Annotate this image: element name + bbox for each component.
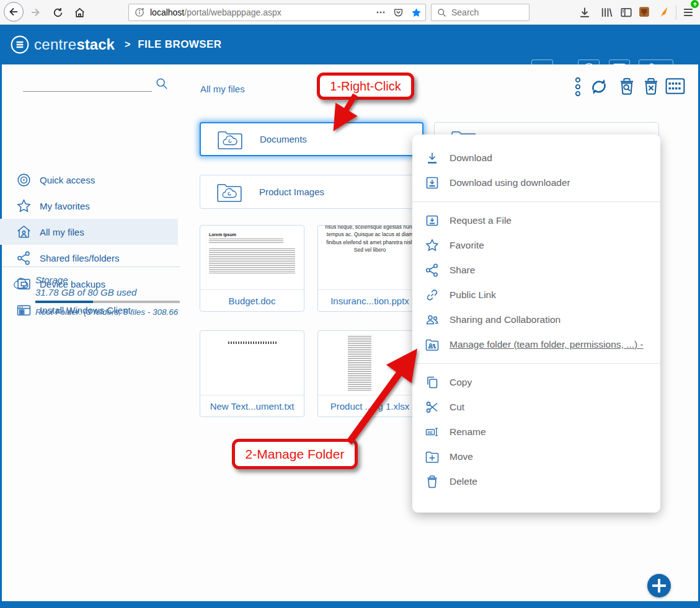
- menu-item-public-link[interactable]: Public Link: [412, 283, 660, 307]
- extension-clean-icon[interactable]: [658, 6, 670, 17]
- breadcrumb[interactable]: All my files: [200, 84, 245, 94]
- sync-icon[interactable]: [588, 76, 610, 98]
- folder-name: Documents: [260, 134, 307, 144]
- sidebars-icon[interactable]: [620, 6, 632, 19]
- address-bar[interactable]: localhost/portal/webapppage.aspx: [128, 4, 426, 21]
- folder-name: Product Images: [259, 187, 324, 197]
- downloads-icon[interactable]: [578, 6, 591, 19]
- menu-item-request-a-file[interactable]: Request a File: [412, 208, 660, 233]
- url-host: localhost: [150, 7, 184, 17]
- xlsx-preview-lines: [348, 336, 371, 392]
- library-icon[interactable]: [600, 6, 613, 19]
- centrestack-logo-icon: [10, 35, 30, 55]
- file-name: Product ...og 1.xlsx: [318, 395, 422, 416]
- favorites-icon: [16, 198, 32, 214]
- add-button[interactable]: [647, 574, 671, 597]
- doc-preview-lines: [209, 249, 295, 273]
- app-header: centrestack > FILE BROWSER: [0, 25, 700, 64]
- menu-item-delete[interactable]: Delete: [412, 469, 660, 494]
- more-options-icon[interactable]: [573, 77, 583, 97]
- file-tile-new-text[interactable]: New Text...ument.txt: [200, 330, 304, 417]
- sidebar-search-input[interactable]: [23, 76, 152, 92]
- txt-preview-lines: [228, 341, 277, 344]
- rename-icon: RE: [423, 425, 441, 439]
- pptx-preview-text: risus neque, scelerisque egestas nunc te…: [318, 226, 422, 255]
- pocket-icon[interactable]: [393, 7, 404, 18]
- menu-item-share[interactable]: Share: [412, 258, 660, 283]
- home-icon: [74, 7, 85, 18]
- menu-item-download-using-downloader[interactable]: Download using downloader: [412, 170, 660, 195]
- menu-item-download[interactable]: Download: [412, 146, 660, 170]
- menu-item-copy[interactable]: Copy: [412, 370, 660, 395]
- toolbar-separator: [676, 5, 676, 20]
- file-preview: Lorem Ipsum: [200, 226, 304, 290]
- sidebar-item-all-my-files[interactable]: All my files: [0, 219, 178, 245]
- sidebar-item-label: My favorites: [40, 201, 90, 211]
- file-preview: risus neque, scelerisque egestas nunc te…: [318, 226, 422, 290]
- collaboration-icon: [423, 312, 441, 327]
- file-preview: [200, 331, 304, 395]
- sidebar-search-icon[interactable]: [155, 77, 169, 90]
- menu-item-manage-folder[interactable]: Manage folder (team folder, permissions,…: [412, 332, 660, 357]
- doc-preview-lines: [209, 239, 283, 244]
- menu-item-favorite[interactable]: Favorite: [412, 233, 660, 258]
- deleted-files-search-icon[interactable]: [617, 76, 637, 96]
- request-file-icon: [423, 213, 441, 228]
- file-tile-product-xlsx[interactable]: Product ...og 1.xlsx: [317, 330, 422, 417]
- sidebar-item-label: Shared files/folders: [40, 253, 119, 263]
- folder-tile-documents[interactable]: Documents: [200, 122, 423, 156]
- sidebar-item-my-favorites[interactable]: My favorites: [0, 193, 178, 219]
- browser-toolbar: localhost/portal/webapppage.aspx Search: [0, 0, 700, 25]
- browser-back-button[interactable]: [4, 2, 24, 22]
- view-grid-icon[interactable]: [665, 76, 686, 96]
- root-folder-info: Root Folder: (3 folders, 8 files - 308.6…: [35, 307, 195, 317]
- public-link-icon: [423, 288, 441, 302]
- browser-home-button[interactable]: [73, 6, 86, 19]
- share-icon: [423, 263, 441, 278]
- purge-deleted-icon[interactable]: [641, 76, 661, 96]
- annotation-step1: 1-Right-Click: [317, 73, 414, 100]
- page-info-icon[interactable]: [135, 7, 144, 17]
- menu-divider: [412, 363, 660, 364]
- file-preview: [318, 331, 422, 395]
- menu-icon[interactable]: [682, 6, 694, 19]
- browser-forward-button[interactable]: [29, 6, 42, 19]
- favorite-star-icon: [423, 238, 441, 253]
- extension-screenshot-icon[interactable]: [639, 6, 650, 17]
- copy-icon: [423, 375, 441, 390]
- menu-divider: [412, 201, 660, 202]
- search-icon: [437, 8, 446, 17]
- file-tile-insurance[interactable]: risus neque, scelerisque egestas nunc te…: [317, 225, 422, 312]
- sidebar-item-label: Quick access: [40, 175, 95, 185]
- url-path: /portal/webapppage.aspx: [184, 7, 281, 17]
- doc-preview-title: Lorem Ipsum: [209, 232, 304, 237]
- menu-item-cut[interactable]: Cut: [412, 395, 660, 420]
- all-my-files-icon: [16, 224, 32, 240]
- bookmark-star-icon[interactable]: [411, 7, 422, 18]
- folder-cloud-icon: [216, 182, 242, 202]
- menu-item-rename[interactable]: RE Rename: [412, 420, 660, 444]
- context-menu: Download Download using downloader Reque…: [412, 134, 660, 513]
- brand-bold: stack: [77, 36, 115, 53]
- folder-tile-product-images[interactable]: Product Images: [200, 175, 423, 209]
- sidebar-item-quick-access[interactable]: Quick access: [0, 167, 178, 193]
- browser-reload-button[interactable]: [51, 6, 64, 19]
- file-tile-budget[interactable]: Lorem Ipsum Budget.doc: [200, 225, 304, 312]
- annotation-step2: 2-Manage Folder: [232, 439, 358, 469]
- storage-progress-fill: [35, 301, 93, 303]
- plus-icon: [658, 579, 660, 593]
- forward-icon: [30, 7, 40, 17]
- manage-folder-icon: [423, 337, 441, 352]
- back-icon: [9, 7, 19, 17]
- app-brand[interactable]: centrestack > FILE BROWSER: [10, 25, 221, 64]
- file-name: Insuranc...tion.pptx: [318, 290, 422, 311]
- page-title: FILE BROWSER: [138, 38, 221, 51]
- storage-progress-bar: [35, 301, 180, 303]
- update-badge-icon: [691, 0, 699, 8]
- page-actions-icon[interactable]: [376, 7, 386, 17]
- browser-search-bar[interactable]: Search: [431, 4, 529, 21]
- menu-item-move[interactable]: Move: [412, 444, 660, 469]
- file-name: New Text...ument.txt: [200, 395, 304, 416]
- menu-item-sharing-and-collaboration[interactable]: Sharing and Collaboration: [412, 307, 660, 332]
- move-icon: [423, 449, 441, 464]
